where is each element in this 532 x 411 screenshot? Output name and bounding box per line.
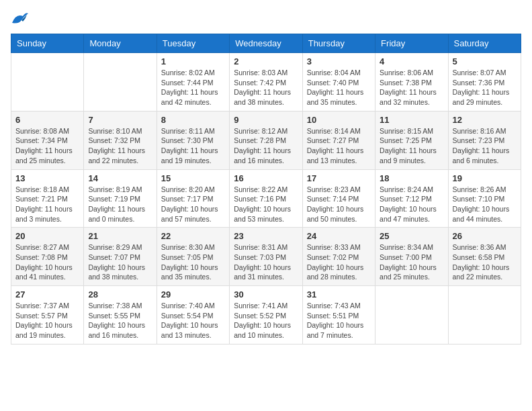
calendar-week-row: 20Sunrise: 8:27 AM Sunset: 7:08 PM Dayli… bbox=[11, 228, 521, 286]
day-of-week-header: Sunday bbox=[11, 34, 84, 53]
calendar-day-cell: 7Sunrise: 8:10 AM Sunset: 7:32 PM Daylig… bbox=[84, 111, 157, 169]
day-of-week-header: Friday bbox=[375, 34, 448, 53]
calendar-day-cell: 27Sunrise: 7:37 AM Sunset: 5:57 PM Dayli… bbox=[11, 286, 84, 345]
day-number: 4 bbox=[380, 56, 443, 66]
day-info: Sunrise: 8:27 AM Sunset: 7:08 PM Dayligh… bbox=[15, 242, 79, 282]
day-info: Sunrise: 8:11 AM Sunset: 7:30 PM Dayligh… bbox=[161, 126, 225, 166]
day-info: Sunrise: 7:43 AM Sunset: 5:51 PM Dayligh… bbox=[307, 301, 371, 340]
calendar-day-cell: 10Sunrise: 8:14 AM Sunset: 7:27 PM Dayli… bbox=[302, 111, 375, 169]
calendar-day-cell: 23Sunrise: 8:31 AM Sunset: 7:03 PM Dayli… bbox=[230, 228, 302, 286]
day-number: 24 bbox=[307, 231, 371, 241]
day-info: Sunrise: 8:07 AM Sunset: 7:36 PM Dayligh… bbox=[453, 68, 517, 107]
page-header bbox=[11, 11, 521, 26]
day-number: 15 bbox=[161, 173, 225, 183]
calendar-day-cell: 9Sunrise: 8:12 AM Sunset: 7:28 PM Daylig… bbox=[230, 111, 302, 169]
day-number: 16 bbox=[234, 173, 298, 183]
day-info: Sunrise: 8:29 AM Sunset: 7:07 PM Dayligh… bbox=[88, 242, 152, 282]
day-info: Sunrise: 8:06 AM Sunset: 7:38 PM Dayligh… bbox=[380, 68, 443, 107]
day-info: Sunrise: 8:22 AM Sunset: 7:16 PM Dayligh… bbox=[234, 185, 298, 224]
calendar-day-cell: 26Sunrise: 8:36 AM Sunset: 6:58 PM Dayli… bbox=[448, 228, 521, 286]
calendar-day-cell: 29Sunrise: 7:40 AM Sunset: 5:54 PM Dayli… bbox=[157, 286, 229, 345]
day-info: Sunrise: 8:04 AM Sunset: 7:40 PM Dayligh… bbox=[307, 68, 371, 107]
day-number: 8 bbox=[161, 115, 225, 125]
day-info: Sunrise: 8:14 AM Sunset: 7:27 PM Dayligh… bbox=[307, 126, 371, 166]
day-number: 5 bbox=[453, 56, 517, 66]
day-number: 20 bbox=[15, 231, 79, 241]
day-info: Sunrise: 8:02 AM Sunset: 7:44 PM Dayligh… bbox=[161, 68, 225, 107]
day-of-week-header: Thursday bbox=[302, 34, 375, 53]
calendar-day-cell: 6Sunrise: 8:08 AM Sunset: 7:34 PM Daylig… bbox=[11, 111, 84, 169]
calendar-day-cell: 8Sunrise: 8:11 AM Sunset: 7:30 PM Daylig… bbox=[157, 111, 229, 169]
calendar-day-cell: 16Sunrise: 8:22 AM Sunset: 7:16 PM Dayli… bbox=[230, 169, 302, 228]
day-number: 6 bbox=[15, 115, 79, 125]
day-number: 31 bbox=[307, 289, 371, 300]
day-info: Sunrise: 8:30 AM Sunset: 7:05 PM Dayligh… bbox=[161, 242, 225, 282]
day-info: Sunrise: 8:15 AM Sunset: 7:25 PM Dayligh… bbox=[380, 126, 443, 166]
calendar-day-cell: 12Sunrise: 8:16 AM Sunset: 7:23 PM Dayli… bbox=[448, 111, 521, 169]
calendar-day-cell: 21Sunrise: 8:29 AM Sunset: 7:07 PM Dayli… bbox=[84, 228, 157, 286]
calendar-day-cell: 30Sunrise: 7:41 AM Sunset: 5:52 PM Dayli… bbox=[230, 286, 302, 345]
calendar-day-cell: 28Sunrise: 7:38 AM Sunset: 5:55 PM Dayli… bbox=[84, 286, 157, 345]
calendar-week-row: 13Sunrise: 8:18 AM Sunset: 7:21 PM Dayli… bbox=[11, 169, 521, 228]
day-number: 10 bbox=[307, 115, 371, 125]
day-number: 9 bbox=[234, 115, 298, 125]
calendar-day-cell: 4Sunrise: 8:06 AM Sunset: 7:38 PM Daylig… bbox=[375, 53, 448, 111]
calendar-day-cell: 5Sunrise: 8:07 AM Sunset: 7:36 PM Daylig… bbox=[448, 53, 521, 111]
calendar-day-cell: 25Sunrise: 8:34 AM Sunset: 7:00 PM Dayli… bbox=[375, 228, 448, 286]
day-info: Sunrise: 8:12 AM Sunset: 7:28 PM Dayligh… bbox=[234, 126, 298, 166]
day-info: Sunrise: 8:36 AM Sunset: 6:58 PM Dayligh… bbox=[453, 242, 517, 282]
calendar-day-cell: 22Sunrise: 8:30 AM Sunset: 7:05 PM Dayli… bbox=[157, 228, 229, 286]
calendar-day-cell: 2Sunrise: 8:03 AM Sunset: 7:42 PM Daylig… bbox=[230, 53, 302, 111]
day-of-week-header: Wednesday bbox=[230, 34, 302, 53]
calendar-day-cell: 11Sunrise: 8:15 AM Sunset: 7:25 PM Dayli… bbox=[375, 111, 448, 169]
calendar-day-cell: 31Sunrise: 7:43 AM Sunset: 5:51 PM Dayli… bbox=[302, 286, 375, 345]
calendar-day-cell: 18Sunrise: 8:24 AM Sunset: 7:12 PM Dayli… bbox=[375, 169, 448, 228]
calendar-week-row: 6Sunrise: 8:08 AM Sunset: 7:34 PM Daylig… bbox=[11, 111, 521, 169]
calendar-week-row: 1Sunrise: 8:02 AM Sunset: 7:44 PM Daylig… bbox=[11, 53, 521, 111]
day-info: Sunrise: 8:34 AM Sunset: 7:00 PM Dayligh… bbox=[380, 242, 443, 282]
day-number: 29 bbox=[161, 289, 225, 300]
day-number: 13 bbox=[15, 173, 79, 183]
day-info: Sunrise: 8:23 AM Sunset: 7:14 PM Dayligh… bbox=[307, 185, 371, 224]
day-number: 3 bbox=[307, 56, 371, 66]
calendar-day-cell: 17Sunrise: 8:23 AM Sunset: 7:14 PM Dayli… bbox=[302, 169, 375, 228]
calendar-header-row: SundayMondayTuesdayWednesdayThursdayFrid… bbox=[11, 34, 521, 53]
day-info: Sunrise: 7:40 AM Sunset: 5:54 PM Dayligh… bbox=[161, 301, 225, 340]
day-info: Sunrise: 7:41 AM Sunset: 5:52 PM Dayligh… bbox=[234, 301, 298, 340]
day-info: Sunrise: 8:19 AM Sunset: 7:19 PM Dayligh… bbox=[88, 185, 152, 224]
calendar-day-cell: 15Sunrise: 8:20 AM Sunset: 7:17 PM Dayli… bbox=[157, 169, 229, 228]
day-number: 18 bbox=[380, 173, 443, 183]
day-number: 12 bbox=[453, 115, 517, 125]
day-number: 23 bbox=[234, 231, 298, 241]
day-of-week-header: Saturday bbox=[448, 34, 521, 53]
calendar-day-cell: 24Sunrise: 8:33 AM Sunset: 7:02 PM Dayli… bbox=[302, 228, 375, 286]
day-info: Sunrise: 8:33 AM Sunset: 7:02 PM Dayligh… bbox=[307, 242, 371, 282]
day-info: Sunrise: 7:38 AM Sunset: 5:55 PM Dayligh… bbox=[88, 301, 152, 340]
day-number: 2 bbox=[234, 56, 298, 66]
day-number: 22 bbox=[161, 231, 225, 241]
day-info: Sunrise: 8:03 AM Sunset: 7:42 PM Dayligh… bbox=[234, 68, 298, 107]
day-number: 25 bbox=[380, 231, 443, 241]
calendar-day-cell: 3Sunrise: 8:04 AM Sunset: 7:40 PM Daylig… bbox=[302, 53, 375, 111]
day-number: 26 bbox=[453, 231, 517, 241]
calendar-day-cell bbox=[84, 53, 157, 111]
day-info: Sunrise: 8:26 AM Sunset: 7:10 PM Dayligh… bbox=[453, 185, 517, 224]
day-number: 11 bbox=[380, 115, 443, 125]
day-number: 30 bbox=[234, 289, 298, 300]
day-of-week-header: Tuesday bbox=[157, 34, 229, 53]
calendar-day-cell bbox=[375, 286, 448, 345]
day-number: 21 bbox=[88, 231, 152, 241]
calendar-day-cell: 19Sunrise: 8:26 AM Sunset: 7:10 PM Dayli… bbox=[448, 169, 521, 228]
calendar-week-row: 27Sunrise: 7:37 AM Sunset: 5:57 PM Dayli… bbox=[11, 286, 521, 345]
day-number: 1 bbox=[161, 56, 225, 66]
day-number: 19 bbox=[453, 173, 517, 183]
calendar-day-cell bbox=[448, 286, 521, 345]
day-number: 7 bbox=[88, 115, 152, 125]
day-number: 27 bbox=[15, 289, 79, 300]
day-number: 28 bbox=[88, 289, 152, 300]
calendar-day-cell: 13Sunrise: 8:18 AM Sunset: 7:21 PM Dayli… bbox=[11, 169, 84, 228]
day-info: Sunrise: 8:08 AM Sunset: 7:34 PM Dayligh… bbox=[15, 126, 79, 166]
calendar-day-cell: 1Sunrise: 8:02 AM Sunset: 7:44 PM Daylig… bbox=[157, 53, 229, 111]
day-of-week-header: Monday bbox=[84, 34, 157, 53]
day-info: Sunrise: 8:10 AM Sunset: 7:32 PM Dayligh… bbox=[88, 126, 152, 166]
